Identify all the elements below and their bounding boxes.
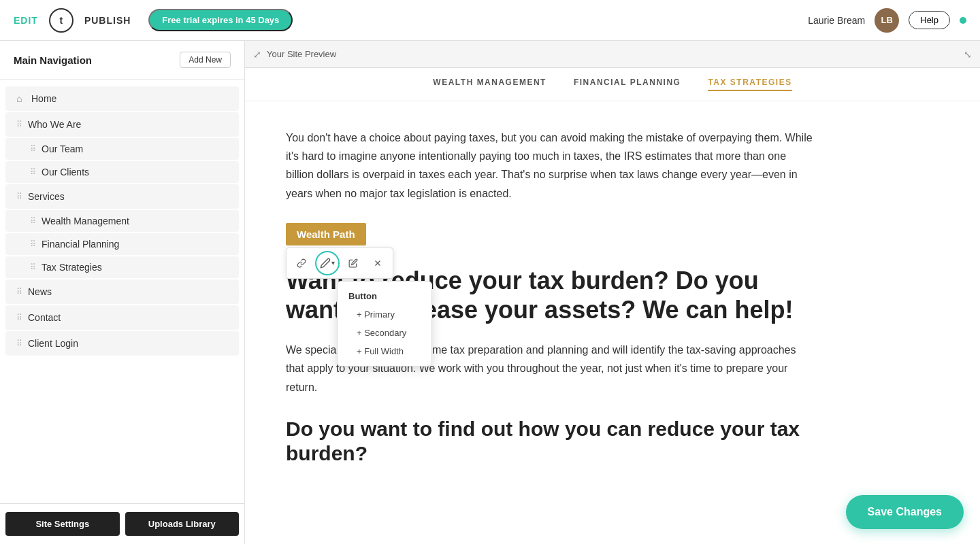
- sidebar: Main Navigation Add New ⌂ Home ⠿ Who We …: [0, 41, 245, 544]
- sidebar-footer: Site Settings Uploads Library: [0, 503, 244, 544]
- sidebar-item-news[interactable]: ⠿ News: [5, 279, 239, 304]
- button-type-dropdown: Button + Primary + Secondary + Full Widt…: [337, 281, 432, 367]
- drag-icon: ⠿: [16, 287, 22, 296]
- site-nav-tax-strategies[interactable]: TAX STRATEGIES: [708, 78, 791, 91]
- sidebar-item-label: Wealth Management: [42, 216, 129, 226]
- link-icon-button[interactable]: [291, 252, 312, 274]
- sidebar-item-label: Home: [31, 93, 56, 104]
- chain-icon: [373, 258, 382, 268]
- sidebar-item-label: News: [28, 286, 52, 297]
- secondary-heading: Do you want to find out how you can redu…: [286, 417, 817, 466]
- sidebar-item-wealth-management[interactable]: ⠿ Wealth Management: [5, 210, 239, 232]
- site-nav-financial-planning[interactable]: FINANCIAL PLANNING: [574, 78, 681, 91]
- sidebar-item-who-we-are[interactable]: ⠿ Who We Are: [5, 112, 239, 137]
- pencil-circle-button[interactable]: ▾: [315, 251, 340, 275]
- preview-label: Your Site Preview: [267, 49, 336, 59]
- sidebar-item-client-login[interactable]: ⠿ Client Login: [5, 331, 239, 356]
- element-toolbar: ▾ Button + Primary + Secondary + Full Wi…: [286, 248, 393, 279]
- trial-badge[interactable]: Free trial expires in 45 Days: [148, 9, 293, 31]
- drag-icon: ⠿: [30, 216, 36, 226]
- site-settings-button[interactable]: Site Settings: [5, 512, 120, 536]
- preview-bar: ⤢ Your Site Preview ⤡: [245, 41, 980, 68]
- site-content: WEALTH MANAGEMENT FINANCIAL PLANNING TAX…: [245, 68, 980, 544]
- top-bar: EDIT t PUBLISH Free trial expires in 45 …: [0, 0, 980, 41]
- sidebar-item-label: Our Clients: [42, 167, 89, 177]
- avatar[interactable]: LB: [875, 8, 899, 33]
- drag-icon: ⠿: [16, 339, 22, 348]
- intro-paragraph: You don't have a choice about paying tax…: [286, 129, 817, 203]
- edit-icon-button[interactable]: [342, 252, 364, 274]
- link-icon: [297, 258, 306, 268]
- sidebar-item-label: Services: [28, 191, 65, 202]
- help-button[interactable]: Help: [909, 11, 950, 29]
- site-nav: WEALTH MANAGEMENT FINANCIAL PLANNING TAX…: [245, 68, 980, 101]
- pencil-dropdown-container: ▾ Button + Primary + Secondary + Full Wi…: [315, 251, 340, 275]
- drag-icon: ⠿: [30, 239, 36, 249]
- sidebar-item-home[interactable]: ⌂ Home: [5, 86, 239, 111]
- preview-area: ⤢ Your Site Preview ⤡ WEALTH MANAGEMENT …: [245, 41, 980, 544]
- drag-icon: ⠿: [16, 120, 22, 129]
- expand-icon: ⤢: [253, 49, 261, 60]
- drag-icon: ⠿: [30, 167, 36, 177]
- edit-icon: [348, 258, 358, 268]
- dropdown-header: Button: [338, 287, 431, 305]
- sidebar-item-label: Tax Strategies: [42, 262, 102, 273]
- dropdown-primary[interactable]: + Primary: [338, 305, 431, 324]
- sidebar-item-contact[interactable]: ⠿ Contact: [5, 305, 239, 330]
- edit-label[interactable]: EDIT: [14, 15, 38, 26]
- sidebar-item-label: Contact: [28, 312, 61, 323]
- status-dot: [960, 17, 966, 24]
- content-body: You don't have a choice about paying tax…: [245, 101, 858, 507]
- chain-icon-button[interactable]: [367, 252, 389, 274]
- drag-icon: ⠿: [30, 144, 36, 154]
- sidebar-item-label: Financial Planning: [42, 239, 119, 250]
- chevron-down-icon: ▾: [331, 259, 335, 267]
- drag-icon: ⠿: [30, 262, 36, 272]
- sidebar-item-financial-planning[interactable]: ⠿ Financial Planning: [5, 233, 239, 255]
- dropdown-full-width[interactable]: + Full Width: [338, 342, 431, 360]
- sidebar-item-tax-strategies[interactable]: ⠿ Tax Strategies: [5, 256, 239, 278]
- wealth-path-button[interactable]: Wealth Path: [286, 223, 366, 245]
- nav-items: ⌂ Home ⠿ Who We Are ⠿ Our Team ⠿ Our Cli…: [0, 80, 244, 503]
- sidebar-item-label: Client Login: [28, 338, 78, 349]
- sidebar-item-label: Who We Are: [28, 119, 81, 130]
- site-nav-wealth-management[interactable]: WEALTH MANAGEMENT: [433, 78, 546, 91]
- sidebar-item-our-team[interactable]: ⠿ Our Team: [5, 138, 239, 160]
- resize-icon[interactable]: ⤡: [964, 49, 972, 60]
- uploads-library-button[interactable]: Uploads Library: [125, 512, 240, 536]
- logo-icon: t: [49, 8, 74, 33]
- home-icon: ⌂: [16, 93, 26, 104]
- dropdown-secondary[interactable]: + Secondary: [338, 324, 431, 342]
- sidebar-item-label: Our Team: [42, 143, 83, 154]
- save-changes-button[interactable]: Save Changes: [846, 495, 964, 529]
- sidebar-item-services[interactable]: ⠿ Services: [5, 184, 239, 209]
- sidebar-title: Main Navigation: [14, 54, 92, 66]
- publish-label[interactable]: PUBLISH: [84, 15, 131, 26]
- wealth-path-section: Wealth Path: [286, 223, 817, 245]
- drag-icon: ⠿: [16, 192, 22, 201]
- user-name: Laurie Bream: [808, 15, 865, 26]
- add-new-button[interactable]: Add New: [180, 52, 231, 68]
- main-layout: Main Navigation Add New ⌂ Home ⠿ Who We …: [0, 41, 980, 544]
- sidebar-item-our-clients[interactable]: ⠿ Our Clients: [5, 161, 239, 183]
- pencil-icon: [320, 258, 331, 269]
- drag-icon: ⠿: [16, 313, 22, 322]
- sidebar-header: Main Navigation Add New: [0, 41, 244, 80]
- top-bar-right: Laurie Bream LB Help: [808, 8, 966, 33]
